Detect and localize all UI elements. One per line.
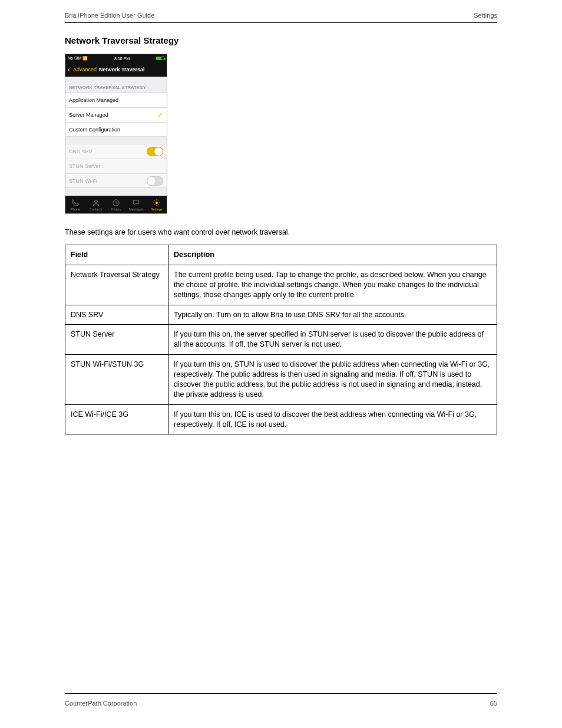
row-stun-server: STUN Server bbox=[65, 159, 167, 173]
settings-table: Field Description Network Traversal Stra… bbox=[65, 245, 497, 434]
table-row: ICE Wi-Fi/ICE 3G If you turn this on, IC… bbox=[65, 404, 497, 434]
row-server-managed[interactable]: Server Managed ✓ bbox=[65, 107, 167, 122]
header-rule bbox=[65, 22, 497, 23]
settings-icon bbox=[153, 199, 161, 207]
cell-desc: If you turn this on, ICE is used to disc… bbox=[168, 404, 497, 434]
tab-label: Phone bbox=[71, 207, 80, 211]
row-label: Server Managed bbox=[69, 112, 108, 118]
row-label: Custom Configuration bbox=[69, 127, 120, 133]
cell-desc: Typically on. Turn on to allow Bria to u… bbox=[168, 305, 497, 325]
section-title: Network Traversal Strategy bbox=[65, 35, 497, 45]
contacts-icon bbox=[92, 199, 100, 207]
header-left: Bria iPhone Edition User Guide bbox=[65, 12, 154, 19]
status-time: 8:10 PM bbox=[114, 57, 130, 61]
table-row: DNS SRV Typically on. Turn on to allow B… bbox=[65, 305, 497, 325]
table-row: STUN Server If you turn this on, the ser… bbox=[65, 325, 497, 355]
cell-field: DNS SRV bbox=[65, 305, 168, 325]
battery-icon bbox=[156, 57, 164, 60]
row-label: DNS SRV bbox=[69, 149, 92, 154]
toggle-dns-srv[interactable] bbox=[147, 147, 163, 156]
status-left: No SIM 📶 bbox=[68, 56, 88, 61]
phone-icon bbox=[71, 199, 80, 207]
footer-page: 65 bbox=[490, 700, 497, 707]
list-header: NETWORK TRAVERSAL STRATEGY bbox=[65, 77, 167, 93]
tab-bar: Phone Contacts History Messages Settings bbox=[65, 196, 167, 213]
checkmark-icon: ✓ bbox=[157, 111, 163, 119]
tab-history[interactable]: History bbox=[106, 199, 126, 211]
header-right: Settings bbox=[474, 12, 497, 19]
cell-field: Network Traversal Strategy bbox=[65, 265, 168, 305]
cell-desc: The current profile being used. Tap to c… bbox=[168, 265, 497, 305]
tab-settings[interactable]: Settings bbox=[147, 199, 167, 211]
row-label: STUN Wi-Fi bbox=[69, 178, 97, 184]
phone-screenshot: No SIM 📶 8:10 PM ‹ Advanced Network Trav… bbox=[65, 54, 167, 214]
tab-label: History bbox=[111, 207, 121, 211]
svg-point-0 bbox=[94, 200, 97, 203]
cell-desc: If you turn this on, STUN is used to dis… bbox=[168, 355, 497, 405]
nav-title: Network Traversal bbox=[99, 67, 145, 73]
page-header: Bria iPhone Edition User Guide Settings bbox=[65, 12, 497, 19]
tab-label: Settings bbox=[151, 207, 163, 211]
messages-icon bbox=[132, 199, 140, 207]
back-button[interactable]: Advanced bbox=[73, 67, 97, 73]
toggle-stun-wifi[interactable] bbox=[147, 176, 163, 186]
cell-field: ICE Wi-Fi/ICE 3G bbox=[65, 404, 168, 434]
footer-left: CounterPath Corporation bbox=[65, 700, 137, 707]
history-icon bbox=[112, 199, 120, 207]
table-header-row: Field Description bbox=[65, 245, 497, 265]
tab-contacts[interactable]: Contacts bbox=[85, 199, 105, 211]
row-custom-configuration[interactable]: Custom Configuration bbox=[65, 122, 167, 137]
th-field: Field bbox=[65, 245, 168, 265]
row-label: STUN Server bbox=[69, 163, 101, 169]
svg-point-2 bbox=[156, 202, 158, 204]
row-stun-wifi: STUN Wi-Fi bbox=[65, 173, 167, 188]
nav-bar: ‹ Advanced Network Traversal bbox=[65, 62, 167, 77]
status-bar: No SIM 📶 8:10 PM bbox=[65, 54, 167, 62]
row-label: Application Managed bbox=[69, 97, 118, 103]
tab-label: Contacts bbox=[90, 207, 103, 211]
tab-label: Messages bbox=[129, 207, 144, 211]
intro-text: These settings are for users who want co… bbox=[65, 228, 497, 236]
cell-field: STUN Wi-Fi/STUN 3G bbox=[65, 355, 168, 405]
footer-rule bbox=[65, 693, 497, 694]
tab-phone[interactable]: Phone bbox=[65, 199, 85, 211]
page-footer: CounterPath Corporation 65 bbox=[65, 700, 497, 707]
tab-messages[interactable]: Messages bbox=[126, 199, 146, 211]
back-chevron-icon[interactable]: ‹ bbox=[68, 65, 70, 74]
cell-field: STUN Server bbox=[65, 325, 168, 355]
row-application-managed[interactable]: Application Managed bbox=[65, 93, 167, 107]
table-row: Network Traversal Strategy The current p… bbox=[65, 265, 497, 305]
th-description: Description bbox=[168, 245, 497, 265]
spacer bbox=[65, 137, 167, 144]
cell-desc: If you turn this on, the server specifie… bbox=[168, 325, 497, 355]
row-dns-srv: DNS SRV bbox=[65, 144, 167, 159]
table-row: STUN Wi-Fi/STUN 3G If you turn this on, … bbox=[65, 355, 497, 405]
